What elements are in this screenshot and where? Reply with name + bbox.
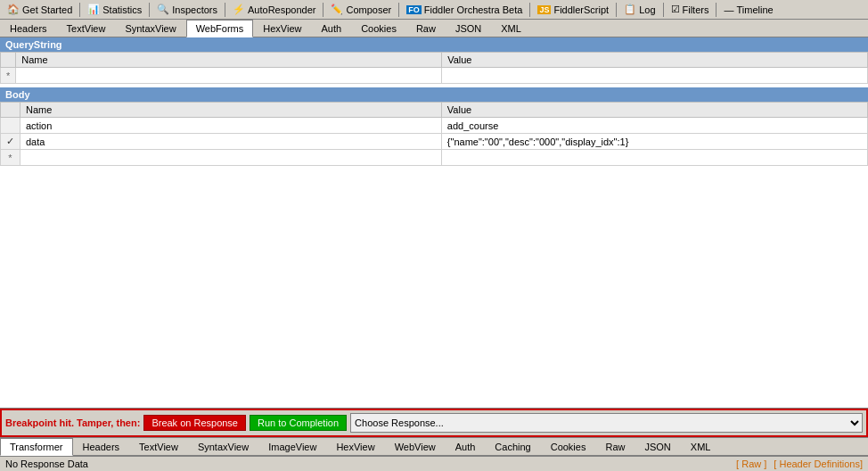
composer-icon: ✏️: [331, 4, 343, 15]
tab-auth-bottom[interactable]: Auth: [446, 438, 486, 455]
tab-json[interactable]: JSON: [446, 20, 491, 37]
tab-textview-bottom[interactable]: TextView: [129, 438, 188, 455]
tab-cookies-bottom[interactable]: Cookies: [541, 438, 596, 455]
inspectors-icon: 🔍: [157, 4, 169, 15]
breakpoint-label: Breakpoint hit. Tamper, then:: [5, 417, 140, 428]
body-new-row-marker: *: [1, 150, 20, 166]
toolbar-sep-5: [398, 3, 399, 17]
querystring-table: Name Value *: [0, 52, 868, 84]
tab-xml[interactable]: XML: [491, 20, 531, 37]
toolbar-sep-4: [323, 3, 323, 17]
status-raw-link[interactable]: [ Raw ]: [736, 459, 766, 469]
toolbar-statistics[interactable]: 📊 Statistics: [84, 3, 145, 16]
toolbar-fiddlerscript[interactable]: JS FiddlerScript: [534, 4, 612, 16]
top-tab-row: Headers TextView SyntaxView WebForms Hex…: [0, 20, 868, 37]
body-col-marker: [1, 103, 20, 118]
querystring-section: QueryString Name Value *: [0, 37, 868, 84]
toolbar-autoresponder[interactable]: ⚡ AutoResponder: [229, 3, 319, 16]
tab-caching-bottom[interactable]: Caching: [485, 438, 540, 455]
table-row: ✓ data {"name":"00","desc":"000","displa…: [1, 134, 868, 150]
toolbar-sep-3: [225, 3, 225, 17]
top-toolbar: 🏠 Get Started 📊 Statistics 🔍 Inspectors …: [0, 0, 868, 20]
log-icon: 📋: [624, 4, 636, 15]
toolbar-sep-6: [529, 3, 530, 17]
tab-syntaxview[interactable]: SyntaxView: [115, 20, 185, 37]
fiddlerscript-icon: JS: [537, 5, 551, 14]
choose-response-select[interactable]: Choose Response...: [350, 413, 863, 433]
body-row1-value[interactable]: {"name":"00","desc":"000","display_idx":…: [441, 134, 867, 150]
body-row0-value[interactable]: add_course: [441, 118, 867, 134]
body-row0-name[interactable]: action: [20, 118, 442, 134]
tab-webforms[interactable]: WebForms: [186, 20, 254, 37]
timeline-icon: —: [724, 4, 733, 15]
tab-json-bottom[interactable]: JSON: [635, 438, 680, 455]
tab-headers-bottom[interactable]: Headers: [73, 438, 130, 455]
tab-cookies[interactable]: Cookies: [351, 20, 406, 37]
body-header: Body: [0, 87, 868, 102]
tab-raw[interactable]: Raw: [406, 20, 446, 37]
status-header-definitions-link[interactable]: [ Header Definitions]: [774, 459, 863, 469]
fiddler-orchestra-icon: FO: [406, 5, 422, 14]
querystring-header: QueryString: [0, 37, 868, 52]
toolbar-sep-2: [149, 3, 150, 17]
toolbar-filters[interactable]: ☑ Filters: [667, 3, 713, 16]
tab-raw-bottom[interactable]: Raw: [595, 438, 635, 455]
toolbar-get-started[interactable]: 🏠 Get Started: [4, 3, 76, 16]
toolbar-fiddler-orchestra[interactable]: FO Fiddler Orchestra Beta: [403, 4, 526, 16]
qs-new-row: *: [1, 68, 868, 84]
tab-imageview-bottom[interactable]: ImageView: [258, 438, 326, 455]
tab-transformer[interactable]: Transformer: [0, 438, 73, 456]
body-col-value: Value: [441, 103, 867, 118]
body-row1-marker: ✓: [1, 134, 20, 150]
tab-textview[interactable]: TextView: [57, 20, 116, 37]
status-right: [ Raw ] [ Header Definitions]: [736, 459, 863, 469]
run-completion-button[interactable]: Run to Completion: [250, 415, 347, 431]
body-row1-name[interactable]: data: [20, 134, 442, 150]
tab-syntaxview-bottom[interactable]: SyntaxView: [188, 438, 258, 455]
body-table: Name Value action add_course ✓ data {"na…: [0, 102, 868, 166]
home-icon: 🏠: [7, 4, 20, 15]
tab-hexview-bottom[interactable]: HexView: [326, 438, 384, 455]
body-row0-marker: [1, 118, 20, 134]
filters-icon: ☑: [671, 4, 680, 15]
qs-col-value: Value: [442, 53, 868, 68]
qs-col-name: Name: [16, 53, 442, 68]
tab-auth[interactable]: Auth: [312, 20, 352, 37]
tab-xml-bottom[interactable]: XML: [681, 438, 721, 455]
qs-new-row-marker: *: [1, 68, 16, 84]
content-area: QueryString Name Value *: [0, 37, 868, 409]
toolbar-sep-1: [79, 3, 80, 17]
statistics-icon: 📊: [87, 4, 100, 15]
tab-webview-bottom[interactable]: WebView: [385, 438, 446, 455]
tab-headers[interactable]: Headers: [0, 20, 57, 37]
break-response-button[interactable]: Break on Response: [143, 415, 246, 431]
empty-area: [0, 166, 868, 344]
toolbar-log[interactable]: 📋 Log: [620, 3, 659, 16]
status-bar: No Response Data [ Raw ] [ Header Defini…: [0, 456, 868, 471]
autoresponder-icon: ⚡: [233, 4, 245, 15]
status-left: No Response Data: [5, 459, 88, 469]
toolbar-sep-8: [663, 3, 664, 17]
toolbar-sep-7: [616, 3, 617, 17]
breakpoint-bar: Breakpoint hit. Tamper, then: Break on R…: [0, 409, 868, 437]
body-new-row-name[interactable]: [20, 150, 442, 166]
qs-new-row-value[interactable]: [442, 68, 868, 84]
toolbar-sep-9: [716, 3, 717, 17]
table-row: action add_course: [1, 118, 868, 134]
body-new-row: *: [1, 150, 868, 166]
page-wrapper: 🏠 Get Started 📊 Statistics 🔍 Inspectors …: [0, 0, 868, 471]
qs-col-marker: [1, 53, 16, 68]
tab-hexview[interactable]: HexView: [253, 20, 311, 37]
body-col-name: Name: [20, 103, 442, 118]
qs-new-row-name[interactable]: [16, 68, 442, 84]
body-new-row-value[interactable]: [441, 150, 867, 166]
toolbar-composer[interactable]: ✏️ Composer: [327, 3, 395, 16]
toolbar-timeline[interactable]: — Timeline: [720, 4, 776, 16]
bottom-tab-row: Transformer Headers TextView SyntaxView …: [0, 437, 868, 456]
body-section: Body Name Value action add_course: [0, 87, 868, 166]
toolbar-inspectors[interactable]: 🔍 Inspectors: [153, 3, 221, 16]
